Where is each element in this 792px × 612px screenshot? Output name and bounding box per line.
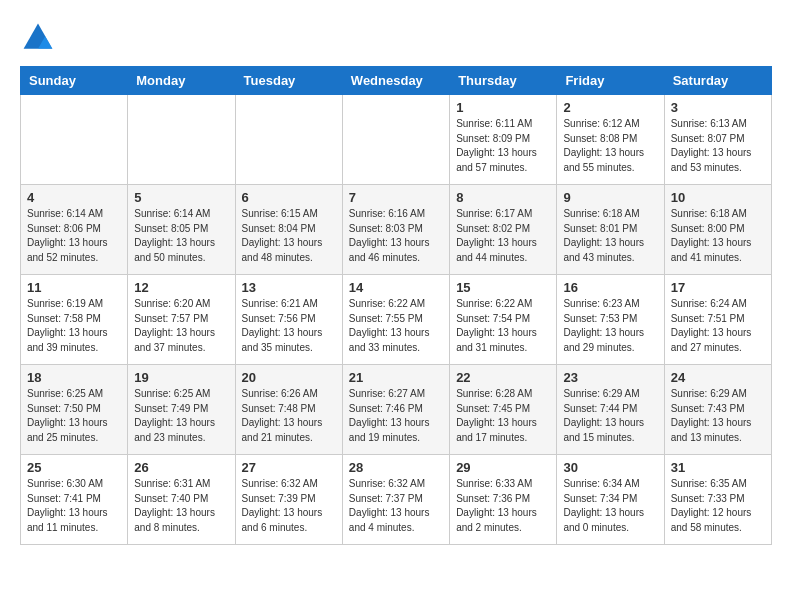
calendar-cell: 6Sunrise: 6:15 AM Sunset: 8:04 PM Daylig…	[235, 185, 342, 275]
weekday-header: Saturday	[664, 67, 771, 95]
calendar-cell	[128, 95, 235, 185]
cell-info: Sunrise: 6:15 AM Sunset: 8:04 PM Dayligh…	[242, 207, 336, 265]
cell-info: Sunrise: 6:35 AM Sunset: 7:33 PM Dayligh…	[671, 477, 765, 535]
day-number: 16	[563, 280, 657, 295]
cell-info: Sunrise: 6:14 AM Sunset: 8:05 PM Dayligh…	[134, 207, 228, 265]
calendar-table: SundayMondayTuesdayWednesdayThursdayFrid…	[20, 66, 772, 545]
day-number: 5	[134, 190, 228, 205]
calendar-cell: 18Sunrise: 6:25 AM Sunset: 7:50 PM Dayli…	[21, 365, 128, 455]
calendar-cell: 15Sunrise: 6:22 AM Sunset: 7:54 PM Dayli…	[450, 275, 557, 365]
cell-info: Sunrise: 6:27 AM Sunset: 7:46 PM Dayligh…	[349, 387, 443, 445]
weekday-header: Sunday	[21, 67, 128, 95]
cell-info: Sunrise: 6:31 AM Sunset: 7:40 PM Dayligh…	[134, 477, 228, 535]
day-number: 21	[349, 370, 443, 385]
logo-icon	[20, 20, 56, 56]
calendar-week-row: 1Sunrise: 6:11 AM Sunset: 8:09 PM Daylig…	[21, 95, 772, 185]
day-number: 1	[456, 100, 550, 115]
cell-info: Sunrise: 6:14 AM Sunset: 8:06 PM Dayligh…	[27, 207, 121, 265]
day-number: 31	[671, 460, 765, 475]
calendar-cell	[342, 95, 449, 185]
day-number: 29	[456, 460, 550, 475]
day-number: 8	[456, 190, 550, 205]
calendar-week-row: 18Sunrise: 6:25 AM Sunset: 7:50 PM Dayli…	[21, 365, 772, 455]
calendar-cell	[235, 95, 342, 185]
day-number: 15	[456, 280, 550, 295]
calendar-cell: 12Sunrise: 6:20 AM Sunset: 7:57 PM Dayli…	[128, 275, 235, 365]
page-header	[20, 20, 772, 56]
cell-info: Sunrise: 6:25 AM Sunset: 7:50 PM Dayligh…	[27, 387, 121, 445]
calendar-cell: 17Sunrise: 6:24 AM Sunset: 7:51 PM Dayli…	[664, 275, 771, 365]
day-number: 11	[27, 280, 121, 295]
calendar-cell: 23Sunrise: 6:29 AM Sunset: 7:44 PM Dayli…	[557, 365, 664, 455]
cell-info: Sunrise: 6:13 AM Sunset: 8:07 PM Dayligh…	[671, 117, 765, 175]
cell-info: Sunrise: 6:30 AM Sunset: 7:41 PM Dayligh…	[27, 477, 121, 535]
day-number: 19	[134, 370, 228, 385]
cell-info: Sunrise: 6:24 AM Sunset: 7:51 PM Dayligh…	[671, 297, 765, 355]
calendar-cell: 21Sunrise: 6:27 AM Sunset: 7:46 PM Dayli…	[342, 365, 449, 455]
weekday-header: Monday	[128, 67, 235, 95]
calendar-cell: 5Sunrise: 6:14 AM Sunset: 8:05 PM Daylig…	[128, 185, 235, 275]
weekday-header: Friday	[557, 67, 664, 95]
calendar-cell: 3Sunrise: 6:13 AM Sunset: 8:07 PM Daylig…	[664, 95, 771, 185]
cell-info: Sunrise: 6:32 AM Sunset: 7:37 PM Dayligh…	[349, 477, 443, 535]
day-number: 12	[134, 280, 228, 295]
calendar-cell: 11Sunrise: 6:19 AM Sunset: 7:58 PM Dayli…	[21, 275, 128, 365]
cell-info: Sunrise: 6:28 AM Sunset: 7:45 PM Dayligh…	[456, 387, 550, 445]
calendar-cell: 4Sunrise: 6:14 AM Sunset: 8:06 PM Daylig…	[21, 185, 128, 275]
day-number: 6	[242, 190, 336, 205]
day-number: 24	[671, 370, 765, 385]
cell-info: Sunrise: 6:18 AM Sunset: 8:01 PM Dayligh…	[563, 207, 657, 265]
calendar-week-row: 11Sunrise: 6:19 AM Sunset: 7:58 PM Dayli…	[21, 275, 772, 365]
cell-info: Sunrise: 6:29 AM Sunset: 7:44 PM Dayligh…	[563, 387, 657, 445]
calendar-cell: 16Sunrise: 6:23 AM Sunset: 7:53 PM Dayli…	[557, 275, 664, 365]
calendar-week-row: 4Sunrise: 6:14 AM Sunset: 8:06 PM Daylig…	[21, 185, 772, 275]
cell-info: Sunrise: 6:34 AM Sunset: 7:34 PM Dayligh…	[563, 477, 657, 535]
day-number: 28	[349, 460, 443, 475]
day-number: 20	[242, 370, 336, 385]
day-number: 7	[349, 190, 443, 205]
cell-info: Sunrise: 6:33 AM Sunset: 7:36 PM Dayligh…	[456, 477, 550, 535]
cell-info: Sunrise: 6:19 AM Sunset: 7:58 PM Dayligh…	[27, 297, 121, 355]
calendar-cell: 30Sunrise: 6:34 AM Sunset: 7:34 PM Dayli…	[557, 455, 664, 545]
cell-info: Sunrise: 6:29 AM Sunset: 7:43 PM Dayligh…	[671, 387, 765, 445]
calendar-cell: 26Sunrise: 6:31 AM Sunset: 7:40 PM Dayli…	[128, 455, 235, 545]
weekday-header: Wednesday	[342, 67, 449, 95]
cell-info: Sunrise: 6:11 AM Sunset: 8:09 PM Dayligh…	[456, 117, 550, 175]
calendar-cell: 13Sunrise: 6:21 AM Sunset: 7:56 PM Dayli…	[235, 275, 342, 365]
day-number: 25	[27, 460, 121, 475]
day-number: 13	[242, 280, 336, 295]
calendar-cell: 7Sunrise: 6:16 AM Sunset: 8:03 PM Daylig…	[342, 185, 449, 275]
cell-info: Sunrise: 6:23 AM Sunset: 7:53 PM Dayligh…	[563, 297, 657, 355]
calendar-cell: 14Sunrise: 6:22 AM Sunset: 7:55 PM Dayli…	[342, 275, 449, 365]
cell-info: Sunrise: 6:21 AM Sunset: 7:56 PM Dayligh…	[242, 297, 336, 355]
day-number: 3	[671, 100, 765, 115]
day-number: 14	[349, 280, 443, 295]
cell-info: Sunrise: 6:22 AM Sunset: 7:54 PM Dayligh…	[456, 297, 550, 355]
calendar-cell: 2Sunrise: 6:12 AM Sunset: 8:08 PM Daylig…	[557, 95, 664, 185]
calendar-cell: 28Sunrise: 6:32 AM Sunset: 7:37 PM Dayli…	[342, 455, 449, 545]
day-number: 2	[563, 100, 657, 115]
cell-info: Sunrise: 6:16 AM Sunset: 8:03 PM Dayligh…	[349, 207, 443, 265]
cell-info: Sunrise: 6:26 AM Sunset: 7:48 PM Dayligh…	[242, 387, 336, 445]
calendar-cell: 20Sunrise: 6:26 AM Sunset: 7:48 PM Dayli…	[235, 365, 342, 455]
day-number: 27	[242, 460, 336, 475]
weekday-header: Tuesday	[235, 67, 342, 95]
logo	[20, 20, 60, 56]
calendar-cell: 9Sunrise: 6:18 AM Sunset: 8:01 PM Daylig…	[557, 185, 664, 275]
cell-info: Sunrise: 6:18 AM Sunset: 8:00 PM Dayligh…	[671, 207, 765, 265]
calendar-cell: 22Sunrise: 6:28 AM Sunset: 7:45 PM Dayli…	[450, 365, 557, 455]
weekday-header-row: SundayMondayTuesdayWednesdayThursdayFrid…	[21, 67, 772, 95]
calendar-week-row: 25Sunrise: 6:30 AM Sunset: 7:41 PM Dayli…	[21, 455, 772, 545]
calendar-cell: 10Sunrise: 6:18 AM Sunset: 8:00 PM Dayli…	[664, 185, 771, 275]
day-number: 26	[134, 460, 228, 475]
calendar-cell: 31Sunrise: 6:35 AM Sunset: 7:33 PM Dayli…	[664, 455, 771, 545]
cell-info: Sunrise: 6:32 AM Sunset: 7:39 PM Dayligh…	[242, 477, 336, 535]
day-number: 23	[563, 370, 657, 385]
calendar-cell: 24Sunrise: 6:29 AM Sunset: 7:43 PM Dayli…	[664, 365, 771, 455]
calendar-cell	[21, 95, 128, 185]
cell-info: Sunrise: 6:17 AM Sunset: 8:02 PM Dayligh…	[456, 207, 550, 265]
calendar-cell: 29Sunrise: 6:33 AM Sunset: 7:36 PM Dayli…	[450, 455, 557, 545]
calendar-cell: 25Sunrise: 6:30 AM Sunset: 7:41 PM Dayli…	[21, 455, 128, 545]
cell-info: Sunrise: 6:12 AM Sunset: 8:08 PM Dayligh…	[563, 117, 657, 175]
cell-info: Sunrise: 6:22 AM Sunset: 7:55 PM Dayligh…	[349, 297, 443, 355]
